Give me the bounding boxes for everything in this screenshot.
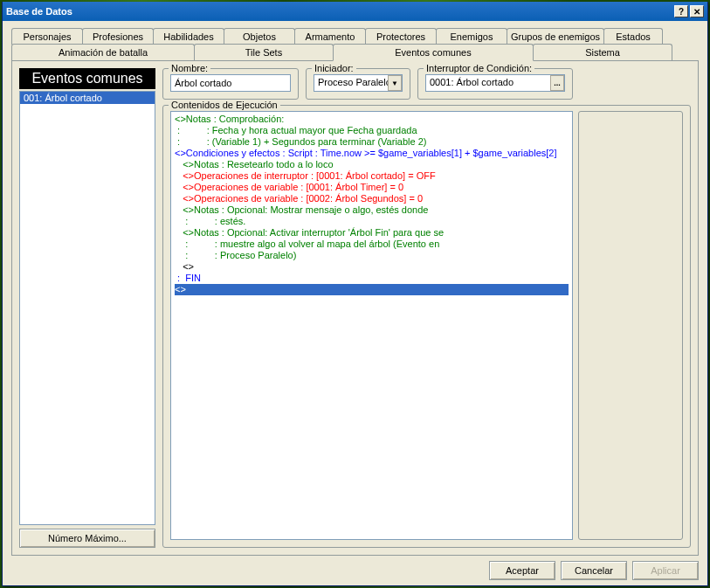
tab-tile-sets[interactable]: Tile Sets bbox=[194, 44, 334, 60]
database-window: Base de Datos ? ✕ PersonajesProfesionesH… bbox=[2, 2, 708, 586]
tab-armamento[interactable]: Armamento bbox=[294, 28, 366, 45]
chevron-down-icon[interactable]: ▼ bbox=[388, 75, 402, 91]
code-line[interactable]: : : muestre algo al volver al mapa del á… bbox=[175, 239, 569, 250]
ellipsis-button[interactable]: ... bbox=[550, 75, 564, 91]
code-line[interactable]: <>Condiciones y efectos : Script : Time.… bbox=[175, 148, 569, 159]
tab-protectores[interactable]: Protectores bbox=[365, 28, 437, 45]
window-title: Base de Datos bbox=[6, 6, 674, 17]
max-number-button[interactable]: Número Máximo... bbox=[19, 529, 155, 548]
code-line[interactable]: <> bbox=[175, 284, 569, 295]
tab-grupos-de-enemigos[interactable]: Grupos de enemigos bbox=[507, 28, 604, 45]
code-line[interactable]: : : (Variable 1) + Segundos para termina… bbox=[175, 136, 569, 148]
cancel-button[interactable]: Cancelar bbox=[561, 561, 627, 580]
list-item[interactable]: 001: Árbol cortado bbox=[20, 92, 155, 104]
name-input[interactable] bbox=[170, 74, 291, 92]
trigger-label: Iniciador: bbox=[312, 63, 356, 73]
name-label: Nombre: bbox=[169, 63, 210, 73]
switch-label: Interruptor de Condición: bbox=[424, 63, 534, 73]
help-button[interactable]: ? bbox=[674, 5, 688, 17]
tab-objetos[interactable]: Objetos bbox=[224, 28, 295, 45]
code-line[interactable]: : : Fecha y hora actual mayor que Fecha … bbox=[175, 125, 569, 136]
name-fieldset: Nombre: bbox=[162, 68, 299, 100]
side-panel bbox=[578, 111, 683, 540]
tabs-row-2: Animación de batallaTile SetsEventos com… bbox=[11, 44, 699, 60]
tab-estados[interactable]: Estados bbox=[603, 28, 663, 45]
code-line[interactable]: <>Notas : Comprobación: bbox=[175, 114, 569, 125]
code-line[interactable]: <>Operaciones de variable : [0001: Árbol… bbox=[175, 182, 569, 193]
switch-fieldset: Interruptor de Condición: 0001: Árbol co… bbox=[417, 68, 573, 100]
events-list[interactable]: 001: Árbol cortado bbox=[19, 91, 155, 525]
exec-fieldset: Contenidos de Ejecución <>Notas : Compro… bbox=[162, 105, 691, 548]
tab-animación-de-batalla[interactable]: Animación de batalla bbox=[11, 44, 195, 60]
code-line[interactable]: : : Proceso Paralelo) bbox=[175, 250, 569, 261]
titlebar[interactable]: Base de Datos ? ✕ bbox=[3, 2, 707, 21]
code-line[interactable]: <>Operaciones de variable : [0002: Árbol… bbox=[175, 193, 569, 204]
code-line[interactable]: : FIN bbox=[175, 273, 569, 284]
close-button[interactable]: ✕ bbox=[690, 5, 704, 17]
tab-sistema[interactable]: Sistema bbox=[533, 44, 672, 60]
switch-input[interactable]: 0001: Árbol cortado bbox=[425, 74, 565, 92]
tab-habilidades[interactable]: Habilidades bbox=[153, 28, 224, 45]
exec-label: Contenidos de Ejecución bbox=[169, 100, 280, 110]
code-line[interactable]: <>Notas : Opcional: Mostrar mensaje o al… bbox=[175, 204, 569, 216]
tabs-row-1: PersonajesProfesionesHabilidadesObjetosA… bbox=[11, 28, 699, 45]
ok-button[interactable]: Aceptar bbox=[489, 561, 555, 580]
code-line[interactable]: <>Notas : Resetearlo todo a lo loco bbox=[175, 159, 569, 170]
apply-button[interactable]: Aplicar bbox=[632, 561, 699, 580]
trigger-fieldset: Iniciador: Proceso Paralelo ▼ bbox=[306, 68, 410, 100]
list-title: Eventos comunes bbox=[19, 68, 155, 89]
tab-panel: Eventos comunes 001: Árbol cortado Númer… bbox=[11, 60, 699, 556]
code-line[interactable]: <>Notas : Opcional: Activar interruptor … bbox=[175, 227, 569, 239]
tab-profesiones[interactable]: Profesiones bbox=[82, 28, 154, 45]
tab-enemigos[interactable]: Enemigos bbox=[436, 28, 507, 45]
code-line[interactable]: <> bbox=[175, 261, 569, 273]
tab-personajes[interactable]: Personajes bbox=[11, 28, 83, 45]
code-box[interactable]: <>Notas : Comprobación: : : Fecha y hora… bbox=[170, 111, 573, 540]
code-line[interactable]: <>Operaciones de interruptor : [0001: Ár… bbox=[175, 170, 569, 182]
tab-eventos-comunes[interactable]: Eventos comunes bbox=[333, 44, 534, 61]
code-line[interactable]: : : estés. bbox=[175, 216, 569, 227]
